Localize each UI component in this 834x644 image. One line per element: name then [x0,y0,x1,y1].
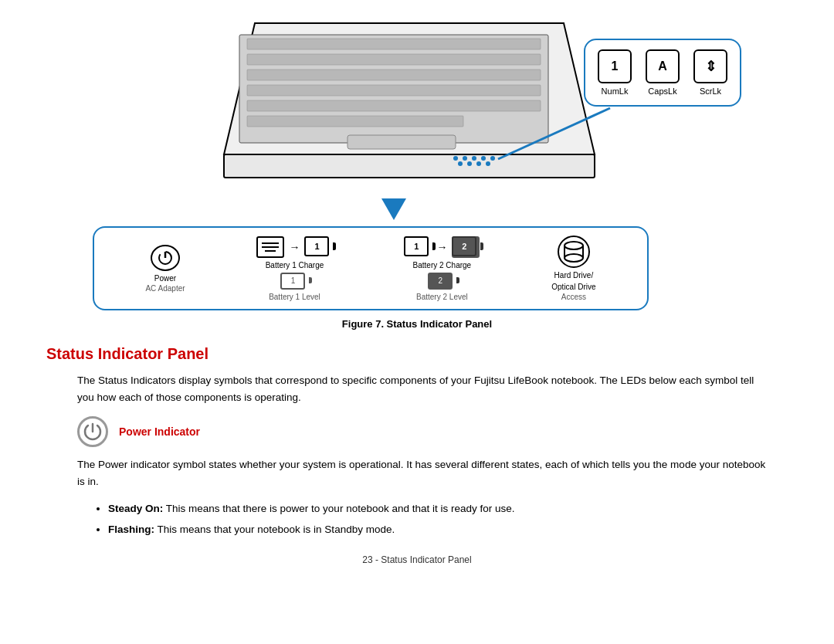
power-symbol [157,249,174,266]
battery2-level-label: Battery 2 Level [416,293,468,301]
section-heading: Status Indicator Panel [46,345,788,363]
svg-rect-5 [247,69,541,80]
svg-marker-20 [381,198,406,220]
numlock-icon-box: 1 [598,49,632,83]
down-arrow-svg [378,195,409,223]
arrow2-icon: → [436,241,447,253]
battery2-level-icon: 2 [428,273,456,291]
svg-point-17 [476,161,481,166]
svg-rect-4 [247,54,541,65]
power-indicator-title: Power Indicator [119,425,200,438]
bullet-item-1: Steady On: This means that there is powe… [108,500,772,518]
battery1-charge-label: Battery 1 Charge [266,261,324,269]
harddrive-icon [558,236,590,268]
svg-point-15 [458,161,463,166]
capslock-icon-box: A [646,49,680,83]
power-icon [151,245,180,271]
laptop-svg [193,15,641,185]
diagram-area: 1 NumLk A CapsLk ⇕ ScrLk [46,15,788,310]
page-footer: 23 - Status Indicator Panel [46,554,788,565]
svg-point-12 [472,156,476,161]
power-panel-item: Power AC Adapter [145,245,185,293]
figure-caption: Figure 7. Status Indicator Panel [46,318,788,330]
svg-rect-24 [564,246,583,258]
svg-point-14 [490,156,495,161]
bullet1-bold: Steady On: [108,503,163,514]
battery2-charge-icon: 1 [404,236,432,258]
laptop-illustration: 1 NumLk A CapsLk ⇕ ScrLk [193,15,641,188]
status-panel-bar: Power AC Adapter → 1 [93,226,649,310]
svg-point-11 [463,156,467,161]
svg-point-16 [467,161,472,166]
scrolllock-indicator: ⇕ ScrLk [693,49,727,96]
svg-rect-1 [224,154,595,178]
top-section: 1 NumLk A CapsLk ⇕ ScrLk [139,15,695,188]
svg-point-13 [481,156,486,161]
battery1-charge-panel-item: → 1 Battery 1 Charge 1 Battery 1 Level [256,236,332,301]
battery2-charge-dark-icon: 2 [452,236,480,258]
scrolllock-label: ScrLk [700,86,721,96]
svg-rect-7 [247,100,541,111]
svg-rect-8 [247,116,463,127]
cylinder-icon [564,241,584,263]
power-indicator-row: Power Indicator [77,416,788,447]
bullet2-bold: Flashing: [108,524,154,535]
ac-adapter-label: AC Adapter [145,284,185,293]
harddrive-panel-item: Hard Drive/ Optical Drive Access [551,236,595,301]
capslock-indicator: A CapsLk [646,49,680,96]
svg-point-10 [453,156,458,161]
svg-rect-6 [247,85,541,96]
intro-text: The Status Indicators display symbols th… [77,372,772,405]
arrow1-icon: → [289,241,300,253]
battery1-level-label: Battery 1 Level [269,293,320,301]
battery1-charge-icon: 1 [304,236,332,258]
numlock-label: NumLk [602,86,629,96]
svg-rect-9 [348,135,456,149]
harddrive-label-top: Hard Drive/ [554,271,594,280]
svg-point-27 [564,254,583,262]
bullet1-text: This means that there is power to your n… [163,503,514,514]
battery2-charge-label: Battery 2 Charge [413,261,472,269]
capslock-label: CapsLk [648,86,676,96]
bullet-list: Steady On: This means that there is powe… [108,500,772,539]
scrolllock-icon-box: ⇕ [693,49,727,83]
battery1-level-icon: 1 [280,273,308,291]
svg-point-18 [486,161,490,166]
power-label: Power [154,274,176,283]
power-indicator-symbol [82,421,103,442]
harddrive-label-bottom: Access [561,293,586,301]
harddrive-label-mid: Optical Drive [551,283,595,291]
power-indicator-text: The Power indicator symbol states whethe… [77,456,772,490]
svg-point-23 [564,242,583,249]
down-arrow-wrapper [93,195,695,223]
bullet2-text: This means that your notebook is in Stan… [154,524,395,535]
connector-wrapper: 1 NumLk A CapsLk ⇕ ScrLk [139,15,695,310]
power-indicator-icon [77,416,108,447]
svg-rect-3 [247,39,541,49]
battery2-charge-panel-item: 1 → 2 Battery 2 Charge 2 Batt [404,236,480,301]
ac-lines-icon [256,236,284,258]
lock-indicators-bubble: 1 NumLk A CapsLk ⇕ ScrLk [584,39,741,107]
bullet-item-2: Flashing: This means that your notebook … [108,521,772,539]
numlock-indicator: 1 NumLk [598,49,632,96]
